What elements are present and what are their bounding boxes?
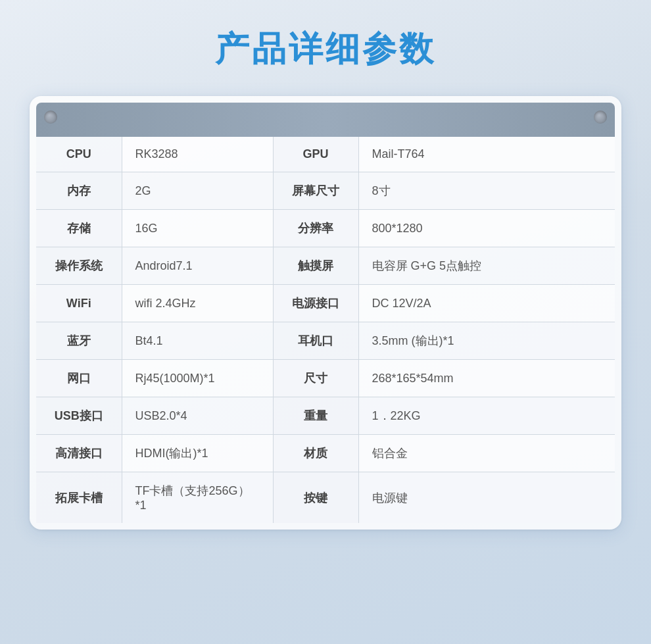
- page-title: 产品详细参数: [215, 26, 436, 72]
- label-col1: 内存: [36, 172, 122, 210]
- value-col1: USB2.0*4: [122, 397, 273, 435]
- label-col1: 蓝牙: [36, 322, 122, 360]
- table-row: USB接口 USB2.0*4 重量 1．22KG: [36, 397, 615, 435]
- label-col1: CPU: [36, 137, 122, 172]
- value-col1: HDMI(输出)*1: [122, 435, 273, 472]
- table-row: 内存 2G 屏幕尺寸 8寸: [36, 172, 615, 210]
- table-row: WiFi wifi 2.4GHz 电源接口 DC 12V/2A: [36, 285, 615, 322]
- label-col1: 高清接口: [36, 435, 122, 472]
- label-col2: 屏幕尺寸: [273, 172, 358, 210]
- table-row: 蓝牙 Bt4.1 耳机口 3.5mm (输出)*1: [36, 322, 615, 360]
- value-col1: Android7.1: [122, 247, 273, 285]
- table-row: CPU RK3288 GPU Mail-T764: [36, 137, 615, 172]
- label-col1: 网口: [36, 360, 122, 397]
- table-row: 网口 Rj45(1000M)*1 尺寸 268*165*54mm: [36, 360, 615, 397]
- value-col2: 电容屏 G+G 5点触控: [358, 247, 615, 285]
- label-col2: 按键: [273, 472, 358, 524]
- value-col1: TF卡槽（支持256G）*1: [122, 472, 273, 524]
- table-row: 拓展卡槽 TF卡槽（支持256G）*1 按键 电源键: [36, 472, 615, 524]
- value-col1: Rj45(1000M)*1: [122, 360, 273, 397]
- table-row: 操作系统 Android7.1 触摸屏 电容屏 G+G 5点触控: [36, 247, 615, 285]
- label-col1: WiFi: [36, 285, 122, 322]
- spec-card: CPU RK3288 GPU Mail-T764 内存 2G 屏幕尺寸 8寸 存…: [30, 96, 621, 530]
- spec-table: CPU RK3288 GPU Mail-T764 内存 2G 屏幕尺寸 8寸 存…: [36, 137, 615, 523]
- value-col2: 8寸: [358, 172, 615, 210]
- value-col2: 电源键: [358, 472, 615, 524]
- label-col2: 材质: [273, 435, 358, 472]
- value-col2: 1．22KG: [358, 397, 615, 435]
- value-col1: Bt4.1: [122, 322, 273, 360]
- label-col2: 耳机口: [273, 322, 358, 360]
- value-col2: 800*1280: [358, 210, 615, 247]
- card-header: [36, 103, 615, 137]
- value-col1: 2G: [122, 172, 273, 210]
- value-col2: DC 12V/2A: [358, 285, 615, 322]
- label-col1: 操作系统: [36, 247, 122, 285]
- label-col2: 尺寸: [273, 360, 358, 397]
- label-col2: 触摸屏: [273, 247, 358, 285]
- table-row: 高清接口 HDMI(输出)*1 材质 铝合金: [36, 435, 615, 472]
- label-col2: 分辨率: [273, 210, 358, 247]
- value-col1: wifi 2.4GHz: [122, 285, 273, 322]
- value-col2: Mail-T764: [358, 137, 615, 172]
- label-col1: USB接口: [36, 397, 122, 435]
- value-col2: 3.5mm (输出)*1: [358, 322, 615, 360]
- label-col2: 重量: [273, 397, 358, 435]
- value-col2: 268*165*54mm: [358, 360, 615, 397]
- value-col2: 铝合金: [358, 435, 615, 472]
- table-row: 存储 16G 分辨率 800*1280: [36, 210, 615, 247]
- label-col2: 电源接口: [273, 285, 358, 322]
- label-col2: GPU: [273, 137, 358, 172]
- value-col1: 16G: [122, 210, 273, 247]
- label-col1: 拓展卡槽: [36, 472, 122, 524]
- value-col1: RK3288: [122, 137, 273, 172]
- label-col1: 存储: [36, 210, 122, 247]
